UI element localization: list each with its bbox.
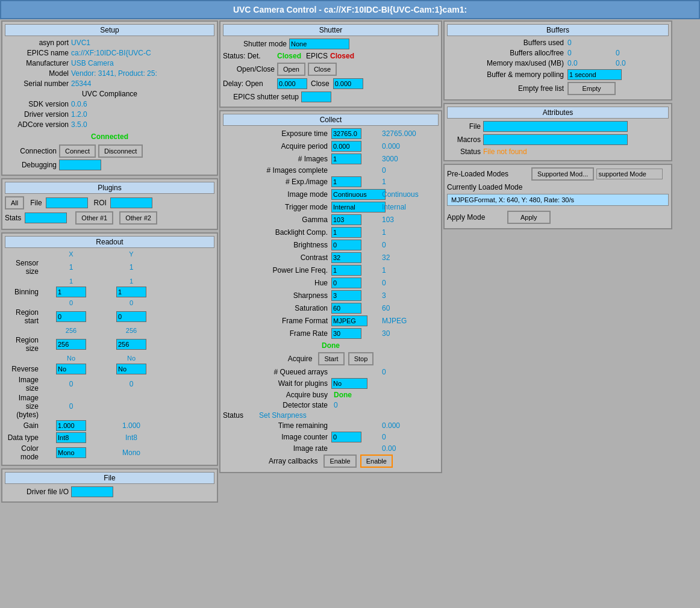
close-button[interactable]: Close: [308, 63, 337, 76]
contrast-label: Contrast: [223, 253, 331, 262]
empty-free-list-label: Empty free list: [447, 84, 567, 93]
gain-x-input[interactable]: [56, 420, 86, 431]
disconnect-button[interactable]: Disconnect: [98, 144, 143, 158]
setup-panel: Setup asyn port UVC1 EPICS name ca://XF:…: [1, 20, 218, 176]
queued-arrays-label: # Queued arrays: [223, 368, 331, 376]
binning-x-input[interactable]: [56, 287, 86, 297]
image-mode-input[interactable]: [331, 189, 386, 200]
image-counter-input[interactable]: [331, 432, 361, 442]
buffers-title: Buffers: [447, 24, 669, 36]
wait-plugins-input[interactable]: [331, 378, 367, 389]
saturation-input[interactable]: [331, 303, 361, 314]
shutter-mode-input[interactable]: [289, 39, 349, 49]
stats-label: Stats: [5, 214, 21, 222]
readout-title: Readout: [5, 236, 214, 248]
apply-button[interactable]: Apply: [507, 211, 551, 224]
frame-rate-input[interactable]: [331, 328, 361, 339]
detector-state-rbv: 0: [331, 401, 380, 409]
start-button[interactable]: Start: [318, 352, 344, 365]
trigger-mode-input[interactable]: [331, 202, 386, 212]
memory-used: 0.0: [616, 59, 664, 67]
other1-button[interactable]: Other #1: [75, 211, 113, 225]
acquire-label: Acquire: [288, 355, 313, 363]
modes-panel: Pre-Loaded Modes Supported Mod... Curren…: [443, 164, 672, 229]
sensor-size-label: Sensor size: [5, 259, 41, 276]
stats-input[interactable]: [25, 212, 67, 223]
binning-label: Binning: [5, 288, 41, 296]
gamma-label: Gamma: [223, 216, 331, 224]
epics-shutter-setup-input[interactable]: [301, 92, 331, 102]
region-size-y-input[interactable]: [116, 339, 146, 350]
file-label: File: [30, 199, 42, 207]
backlight-input[interactable]: [331, 227, 361, 238]
debugging-input[interactable]: [59, 160, 101, 170]
stop-button[interactable]: Stop: [348, 352, 374, 365]
attr-file-input[interactable]: [483, 121, 628, 132]
other2-button[interactable]: Other #2: [119, 211, 157, 225]
shutter-epics-status: Closed: [330, 52, 354, 60]
done-label: Done: [322, 341, 340, 350]
region-start-y-input[interactable]: [116, 311, 146, 322]
powerline-input[interactable]: [331, 265, 361, 276]
connection-status: Connected: [91, 132, 128, 141]
attr-macros-input[interactable]: [483, 134, 628, 145]
images-rbv: 3000: [380, 155, 428, 163]
connect-button[interactable]: Connect: [59, 144, 96, 158]
all-button[interactable]: All: [5, 196, 24, 209]
image-size-label: Image size: [5, 376, 41, 392]
delay-open-input[interactable]: [277, 78, 307, 89]
images-input[interactable]: [331, 154, 361, 164]
readout-panel: Readout X Y Sensor size 1 1 1 1 Binning: [1, 232, 218, 466]
contrast-rbv: 32: [380, 253, 428, 262]
acquire-period-input[interactable]: [331, 141, 361, 152]
shutter-panel: Shutter Shutter mode Status: Det. Closed…: [219, 20, 442, 108]
buffers-used-label: Buffers used: [447, 39, 567, 47]
plugins-title: Plugins: [5, 182, 214, 194]
open-button[interactable]: Open: [277, 63, 305, 76]
contrast-input[interactable]: [331, 252, 361, 263]
driver-file-io-input[interactable]: [71, 486, 113, 497]
saturation-rbv: 60: [380, 304, 428, 312]
delay-close-input[interactable]: [333, 78, 363, 89]
region-size-x-input[interactable]: [56, 339, 86, 350]
brightness-input[interactable]: [331, 240, 361, 250]
attr-status-value: File not found: [483, 147, 527, 156]
frame-format-input[interactable]: [331, 315, 367, 326]
array-callbacks-label: Array callbacks: [269, 457, 317, 465]
hue-input[interactable]: [331, 278, 361, 288]
x-header: X: [41, 250, 101, 258]
frame-format-rbv: MJPEG: [380, 317, 428, 325]
region-start-x-input[interactable]: [56, 311, 86, 322]
color-mode-x-input[interactable]: [56, 447, 86, 458]
binning-y-input[interactable]: [116, 287, 146, 297]
epics-shutter-setup-label: EPICS shutter setup: [223, 93, 301, 101]
data-type-label: Data type: [5, 433, 41, 442]
sdk-value: 0.0.6: [71, 100, 87, 108]
plugins-panel: Plugins All File ROI Stats Other #1 Othe…: [1, 178, 218, 230]
supported-modes-button[interactable]: Supported Mod...: [531, 167, 594, 181]
sharpness-input[interactable]: [331, 290, 361, 301]
images-complete-rbv: 0: [380, 166, 428, 175]
gamma-input[interactable]: [331, 214, 361, 225]
empty-button[interactable]: Empty: [567, 82, 616, 95]
sdk-label: SDK version: [5, 100, 71, 108]
exp-per-image-input[interactable]: [331, 176, 361, 187]
asyn-port-value: UVC1: [71, 39, 90, 47]
file-input[interactable]: [46, 197, 88, 208]
polling-input[interactable]: [567, 69, 622, 80]
current-loaded-label: Currently Loaded Mode: [447, 183, 522, 191]
roi-input[interactable]: [110, 197, 152, 208]
gain-label: Gain: [5, 421, 41, 430]
reverse-y-input[interactable]: [116, 364, 146, 374]
reverse-x-input[interactable]: [56, 364, 86, 374]
serial-label: Serial number: [5, 79, 71, 88]
acquire-busy-label: Acquire busy: [223, 391, 331, 399]
app-title: UVC Camera Control - ca://XF:10IDC-BI{UV…: [233, 5, 467, 14]
exposure-time-input[interactable]: [331, 128, 361, 139]
enable-button1[interactable]: Enable: [323, 454, 356, 468]
buffers-used-value: 0: [567, 39, 616, 47]
data-type-x-input[interactable]: [56, 432, 86, 443]
sharpness-label: Sharpness: [223, 291, 331, 300]
adcore-value: 3.5.0: [71, 120, 87, 129]
enable-button2[interactable]: Enable: [360, 454, 393, 468]
